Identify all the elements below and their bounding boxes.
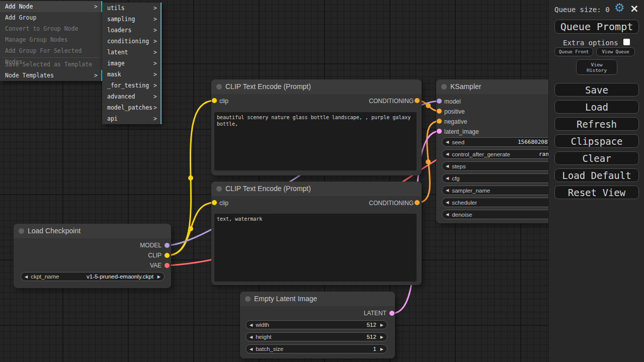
next-option-arrow-icon[interactable]: ▶ <box>157 275 160 279</box>
submenu-arrow-icon: > <box>153 36 157 47</box>
node-empty-latent-image[interactable]: Empty Latent Image LATENT ◀ width 512 ▶ … <box>240 292 395 358</box>
widget-width[interactable]: ◀ width 512 ▶ <box>246 320 387 329</box>
node-title-bar[interactable]: CLIP Text Encode (Prompt) <box>211 182 422 196</box>
close-icon[interactable]: × <box>630 3 639 15</box>
widget-control-after-generate[interactable]: ◀ control_after_generate ran <box>442 149 566 159</box>
collapse-dot-icon[interactable] <box>245 296 251 302</box>
widget-scheduler[interactable]: ◀ scheduler <box>442 198 566 207</box>
view-queue-button[interactable]: View Queue <box>596 47 635 56</box>
decrement-arrow-icon[interactable]: ◀ <box>446 176 449 180</box>
decrement-arrow-icon[interactable]: ◀ <box>446 152 449 156</box>
widget-seed[interactable]: ◀ seed 1566802087 <box>442 137 566 147</box>
settings-gear-icon[interactable]: ⚙ <box>614 1 625 14</box>
widget-ckpt-name[interactable]: ◀ ckpt_name v1-5-pruned-emaonly.ckpt ▶ <box>21 272 165 281</box>
input-port-negative[interactable] <box>437 119 442 124</box>
prev-option-arrow-icon[interactable]: ◀ <box>25 275 28 279</box>
menu-item-add-node[interactable]: Add Node > <box>0 1 102 12</box>
menu-item-convert-to-group-node[interactable]: Convert to Group Node <box>0 23 102 34</box>
output-port-vae[interactable] <box>165 263 170 268</box>
node-title-bar[interactable]: CLIP Text Encode (Prompt) <box>211 79 422 94</box>
node-title-bar[interactable]: Load Checkpoint <box>14 224 171 238</box>
clipspace-button[interactable]: Clipspace <box>554 134 639 148</box>
output-port-conditioning[interactable] <box>415 200 420 205</box>
widget-label: control_after_generate <box>452 151 510 157</box>
decrement-arrow-icon[interactable]: ◀ <box>446 200 449 205</box>
menu-item-manage-group-nodes[interactable]: Manage Group Nodes <box>0 34 102 45</box>
collapse-dot-icon[interactable] <box>216 186 222 192</box>
prompt-textarea[interactable]: beautiful scenery nature glass bottle la… <box>214 112 417 170</box>
load-default-button[interactable]: Load Default <box>554 168 639 182</box>
input-port-clip[interactable] <box>212 200 217 205</box>
submenu-item-sampling[interactable]: sampling > <box>102 14 162 25</box>
output-port-conditioning[interactable] <box>415 98 420 103</box>
collapse-dot-icon[interactable] <box>441 84 447 89</box>
output-port-model[interactable] <box>165 243 170 248</box>
decrement-arrow-icon[interactable]: ◀ <box>446 188 449 193</box>
node-load-checkpoint[interactable]: Load Checkpoint MODEL CLIP VAE ◀ ckpt_na… <box>14 224 171 288</box>
menu-item-label: Convert to Group Node <box>5 25 78 32</box>
submenu-arrow-icon: > <box>153 3 157 14</box>
increment-arrow-icon[interactable]: ▶ <box>380 323 383 327</box>
widget-sampler-name[interactable]: ◀ sampler_name <box>442 186 566 195</box>
load-button[interactable]: Load <box>554 100 639 114</box>
widget-denoise[interactable]: ◀ denoise <box>442 210 566 219</box>
menu-item-node-templates[interactable]: Node Templates > <box>0 70 102 81</box>
input-port-latent-image[interactable] <box>437 129 442 134</box>
save-button[interactable]: Save <box>554 83 639 97</box>
submenu-item-label: loaders <box>107 27 131 34</box>
queue-size-label: Queue size: 0 <box>554 6 610 14</box>
menu-item-add-group[interactable]: Add Group <box>0 12 102 23</box>
submenu-item-conditioning[interactable]: conditioning > <box>102 36 162 47</box>
input-port-model[interactable] <box>437 99 442 104</box>
output-slot-label: CONDITIONING <box>369 200 414 207</box>
submenu-item-latent[interactable]: latent > <box>102 47 162 58</box>
collapse-dot-icon[interactable] <box>19 228 24 234</box>
menu-item-label: Node Templates <box>5 72 54 79</box>
menu-item-add-group-for-selected-nodes[interactable]: Add Group For Selected Nodes <box>0 45 102 56</box>
clear-button[interactable]: Clear <box>554 151 639 165</box>
submenu-arrow-icon: > <box>94 70 98 81</box>
output-port-clip[interactable] <box>165 253 170 258</box>
node-clip-text-encode-1[interactable]: CLIP Text Encode (Prompt) clip CONDITION… <box>211 79 422 175</box>
collapse-dot-icon[interactable] <box>216 84 222 89</box>
node-title: CLIP Text Encode (Prompt) <box>225 185 311 193</box>
submenu-item-for-testing[interactable]: _for_testing > <box>102 80 162 91</box>
submenu-item-loaders[interactable]: loaders > <box>102 25 162 36</box>
submenu-item-api[interactable]: api > <box>102 113 162 124</box>
widget-height[interactable]: ◀ height 512 ▶ <box>246 332 387 341</box>
submenu-item-mask[interactable]: mask > <box>102 69 162 80</box>
refresh-button[interactable]: Refresh <box>554 117 639 131</box>
submenu-item-model-patches[interactable]: model_patches > <box>102 102 162 113</box>
node-title-bar[interactable]: Empty Latent Image <box>240 292 395 306</box>
submenu-item-label: model_patches <box>107 104 152 111</box>
submenu-item-utils[interactable]: utils > <box>102 3 162 14</box>
decrement-arrow-icon[interactable]: ◀ <box>250 347 253 351</box>
decrement-arrow-icon[interactable]: ◀ <box>250 323 253 327</box>
widget-value: 512 <box>367 334 376 340</box>
widget-cfg[interactable]: ◀ cfg <box>442 173 566 183</box>
decrement-arrow-icon[interactable]: ◀ <box>446 140 449 144</box>
submenu-arrow-icon: > <box>94 1 98 12</box>
node-clip-text-encode-2[interactable]: CLIP Text Encode (Prompt) clip CONDITION… <box>211 182 422 285</box>
submenu-item-advanced[interactable]: advanced > <box>102 91 162 102</box>
queue-prompt-button[interactable]: Queue Prompt <box>554 20 639 34</box>
prompt-textarea[interactable]: text, watermark <box>214 214 417 282</box>
increment-arrow-icon[interactable]: ▶ <box>380 335 383 339</box>
decrement-arrow-icon[interactable]: ◀ <box>250 335 253 339</box>
menu-item-save-selected-as-template[interactable]: Save Selected as Template <box>0 59 102 70</box>
link-dot <box>426 103 431 108</box>
view-history-button[interactable]: View History <box>576 59 617 75</box>
menu-item-label: Add Group <box>5 14 36 21</box>
decrement-arrow-icon[interactable]: ◀ <box>446 212 449 217</box>
submenu-item-image[interactable]: image > <box>102 58 162 69</box>
extra-options-checkbox[interactable] <box>623 39 630 45</box>
output-port-latent[interactable] <box>389 311 394 316</box>
input-port-positive[interactable] <box>437 109 442 114</box>
widget-batch-size[interactable]: ◀ batch_size 1 ▶ <box>246 344 387 353</box>
widget-steps[interactable]: ◀ steps <box>442 161 566 171</box>
reset-view-button[interactable]: Reset View <box>554 186 639 199</box>
queue-front-button[interactable]: Queue Front <box>554 47 593 56</box>
decrement-arrow-icon[interactable]: ◀ <box>446 164 449 168</box>
increment-arrow-icon[interactable]: ▶ <box>380 347 383 351</box>
input-port-clip[interactable] <box>212 98 217 103</box>
